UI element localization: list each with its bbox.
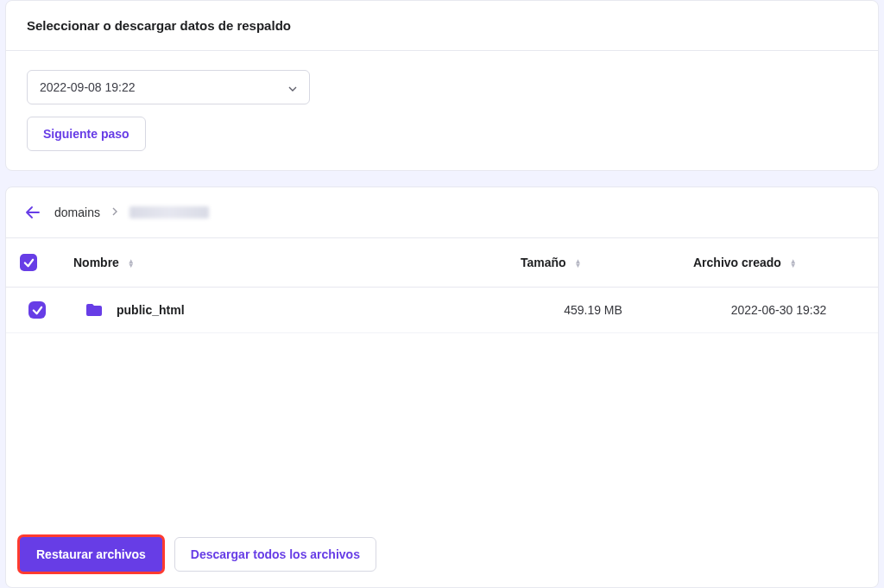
row-checkbox[interactable] [28, 301, 46, 319]
header-name[interactable]: Nombre ▲▼ [60, 238, 507, 288]
file-table: Nombre ▲▼ Tamaño ▲▼ Archivo creado ▲▼ [6, 238, 878, 333]
download-all-label: Descargar todos los archivos [191, 547, 360, 561]
panel-body: 2022-09-08 19:22 Siguiente paso [6, 51, 878, 170]
backup-selection-card: Seleccionar o descargar datos de respald… [5, 0, 879, 171]
header-checkbox-cell [6, 238, 60, 288]
sort-icon: ▲▼ [575, 259, 582, 268]
restore-label: Restaurar archivos [36, 547, 146, 561]
next-step-label: Siguiente paso [43, 127, 129, 141]
download-all-button[interactable]: Descargar todos los archivos [174, 537, 376, 572]
footer-actions: Restaurar archivos Descargar todos los a… [6, 523, 878, 587]
panel-title: Seleccionar o descargar datos de respald… [6, 1, 878, 51]
row-created: 2022-06-30 19:32 [679, 288, 878, 333]
backup-date-select[interactable]: 2022-09-08 19:22 [27, 70, 310, 104]
header-created-label: Archivo creado [693, 256, 781, 269]
chevron-down-icon [288, 80, 297, 94]
back-arrow-icon[interactable] [23, 203, 42, 222]
header-size-label: Tamaño [521, 256, 566, 269]
breadcrumb-root[interactable]: domains [54, 205, 100, 219]
sort-icon: ▲▼ [128, 259, 135, 268]
row-name: public_html [117, 303, 185, 317]
chevron-right-icon [112, 206, 117, 218]
restore-files-button[interactable]: Restaurar archivos [20, 537, 162, 572]
breadcrumb: domains [6, 187, 878, 238]
header-name-label: Nombre [73, 256, 119, 269]
file-browser-card: domains Nombre ▲▼ [5, 187, 879, 588]
header-size[interactable]: Tamaño ▲▼ [507, 238, 679, 288]
select-all-checkbox[interactable] [20, 254, 37, 271]
file-table-wrap: Nombre ▲▼ Tamaño ▲▼ Archivo creado ▲▼ [6, 238, 878, 523]
table-row[interactable]: public_html 459.19 MB 2022-06-30 19:32 [6, 288, 878, 333]
header-created[interactable]: Archivo creado ▲▼ [679, 238, 878, 288]
folder-icon [85, 303, 103, 317]
row-size: 459.19 MB [507, 288, 679, 333]
sort-icon: ▲▼ [790, 259, 797, 268]
next-step-button[interactable]: Siguiente paso [27, 117, 146, 151]
breadcrumb-current-redacted [129, 206, 209, 218]
backup-date-value: 2022-09-08 19:22 [40, 80, 136, 94]
